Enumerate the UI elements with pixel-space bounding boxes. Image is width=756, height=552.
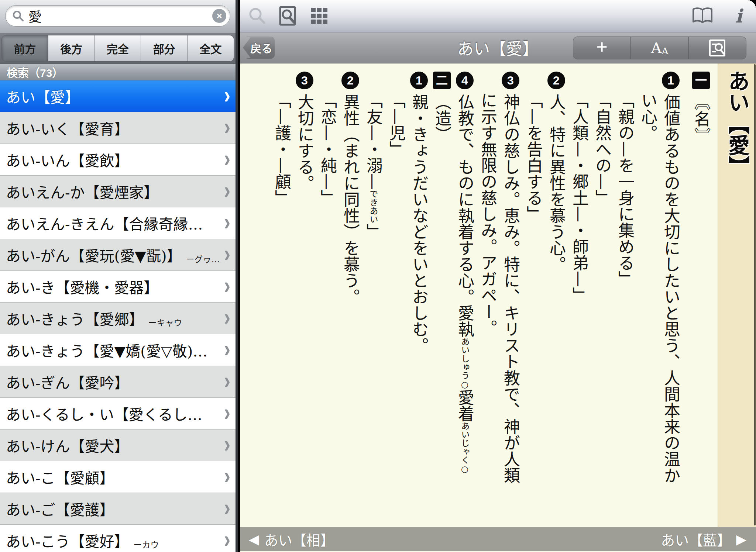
result-row[interactable]: あい-ご【愛護】› (0, 493, 236, 525)
next-entry-label: あい【藍】 (661, 529, 731, 549)
definition-segment: 「人類—・郷土—・師弟—」 (570, 92, 589, 303)
result-text: あい-くるし・い【愛くるし… (6, 403, 202, 424)
back-button[interactable]: 戻る (243, 37, 275, 59)
prev-entry-label: あい【相】 (264, 529, 334, 549)
result-text: あいえん-きえん【合縁奇縁… (6, 213, 203, 234)
definition-text: 一〘名〙1価値あるものを大切にしたいと思う、人間本来の温かい心。「親の—を一身に… (240, 63, 718, 527)
result-row[interactable]: あい-きょう【愛郷】ーキャウ› (0, 303, 236, 334)
definition-column: 一〘名〙 (690, 71, 712, 517)
definition-column: 「—児」 (385, 71, 408, 517)
prev-entry-button[interactable]: ◀ あい【相】 (249, 529, 334, 549)
definition-column: 「人類—・郷土—・師弟—」 (568, 71, 591, 517)
chevron-right-icon: › (224, 241, 230, 269)
section-marker: 二 (433, 72, 451, 89)
result-row[interactable]: あい-きょう【愛▼嬌(愛▽敬)…› (0, 334, 236, 366)
definition-segment: 「親の—を一身に集める」 (616, 92, 635, 287)
result-row[interactable]: あい-こう【愛好】ーカウ› (0, 525, 236, 552)
result-row[interactable]: あいえん-か【愛煙家】› (0, 176, 236, 207)
chevron-right-icon: › (224, 527, 230, 552)
reading-annotation: できあい (368, 190, 378, 224)
chevron-right-icon: › (224, 336, 230, 364)
font-size-button[interactable]: A A (631, 37, 688, 59)
definition-segment: 人、特に異性を慕う心。 (547, 94, 566, 272)
result-row[interactable]: あい-いん【愛飲】› (0, 144, 236, 176)
definition-column: に示す無限の慈しみ。アガペー。 (476, 71, 499, 517)
font-size-icon: A (651, 39, 662, 56)
result-text: あい-きょう【愛▼嬌(愛▽敬)… (6, 339, 207, 361)
definition-column: 「自然への—」 (591, 71, 614, 517)
next-entry-button[interactable]: あい【藍】 ▶ (661, 529, 746, 549)
page-search-icon[interactable] (278, 5, 299, 27)
result-text: あい-こ【愛顧】 (6, 466, 114, 488)
definition-column: 「恋—・純—」 (316, 71, 339, 517)
circled-number-marker: 1 (662, 72, 680, 89)
definition-segment: 「—児」 (387, 92, 406, 157)
result-row[interactable]: あい-き【愛機・愛器】› (0, 271, 236, 303)
scrollbar (754, 64, 756, 525)
result-text: あい-いん【愛飲】 (6, 149, 129, 170)
chevron-right-icon: › (224, 146, 230, 173)
entry-pane: i 戻る あい【愛】 + A A (240, 0, 756, 552)
entry-actions-group: + A A (573, 37, 746, 59)
result-text: あい-いく【愛育】 (6, 117, 129, 139)
toolbar-right-group: i (677, 5, 749, 27)
tab-部分[interactable]: 部分 (141, 35, 188, 61)
result-reading-note: ーグヮ… (186, 252, 220, 265)
definition-segment: 愛着 (456, 389, 474, 422)
result-row[interactable]: あい-くるし・い【愛くるし…› (0, 398, 236, 429)
definition-column: 「親の—を一身に集める」 (614, 71, 636, 517)
circled-number-marker: 2 (341, 72, 359, 89)
info-icon[interactable]: i (728, 5, 749, 27)
search-field[interactable]: × (5, 5, 230, 27)
circled-number-marker: 1 (410, 72, 428, 89)
result-text: あい-けん【愛犬】 (6, 435, 129, 456)
grid-view-icon[interactable] (309, 5, 330, 27)
add-bookmark-button[interactable]: + (573, 37, 631, 59)
book-icon[interactable] (692, 5, 713, 27)
chevron-right-icon: › (224, 273, 230, 300)
entry-titlebar: 戻る あい【愛】 + A A (240, 32, 756, 63)
screen-corner (748, 0, 756, 8)
result-row[interactable]: あい-こ【愛顧】› (0, 461, 236, 493)
definition-segment: 異性（まれに同性）を慕う。 (341, 94, 360, 305)
result-reading-note: ーカウ (134, 538, 159, 551)
clear-search-icon[interactable]: × (212, 9, 226, 23)
prev-arrow-icon: ◀ (249, 533, 259, 546)
chevron-right-icon: › (224, 431, 230, 459)
circled-number-marker: 3 (502, 72, 519, 89)
search-in-entry-button[interactable] (689, 37, 746, 59)
definition-column: 3神仏の慈しみ。恵み。特に、キリスト教で、神が人類 (499, 71, 522, 517)
result-text: あい-がん【愛玩(愛▼翫)】 (6, 244, 182, 266)
tab-後方[interactable]: 後方 (48, 35, 95, 61)
chevron-right-icon: › (224, 209, 230, 237)
search-input[interactable] (28, 8, 211, 24)
result-text: あい-き【愛機・愛器】 (6, 276, 159, 297)
tab-完全[interactable]: 完全 (95, 35, 141, 61)
result-row[interactable]: あい-ぎん【愛吟】› (0, 366, 236, 398)
reading-annotation: あいじゃく○ (460, 422, 470, 474)
search-disabled-icon[interactable] (247, 5, 268, 27)
result-row[interactable]: あい【愛】› (0, 80, 236, 112)
result-row[interactable]: あい-けん【愛犬】› (0, 429, 236, 461)
result-row[interactable]: あい-いく【愛育】› (0, 112, 236, 144)
definition-column: 「—護・—顧」 (270, 71, 293, 517)
tab-全文[interactable]: 全文 (188, 35, 234, 61)
search-icon (12, 10, 24, 22)
entry-content: あい【愛】 一〘名〙1価値あるものを大切にしたいと思う、人間本来の温かい心。「親… (240, 63, 756, 527)
plus-icon: + (596, 37, 607, 59)
top-toolbar: i (240, 0, 756, 32)
definition-segment: い心。 (639, 92, 657, 141)
tab-前方[interactable]: 前方 (2, 35, 48, 61)
result-reading-note: ーキャウ (148, 316, 182, 328)
definition-segment: 仏教で、ものに執着する心。愛執 (456, 94, 474, 337)
definition-column: 4仏教で、ものに執着する心。愛執あいしゅう○愛着あいじゃく○ (453, 71, 476, 517)
result-row[interactable]: あい-がん【愛玩(愛▼翫)】ーグヮ…› (0, 239, 236, 271)
definition-column: 「—を告白する」 (522, 71, 545, 517)
result-row[interactable]: あいえん-きえん【合縁奇縁…› (0, 207, 236, 239)
result-text: あい【愛】 (6, 86, 80, 107)
definition-segment: 「自然への—」 (593, 92, 612, 206)
definition-segment: （造） (433, 94, 451, 142)
search-mode-tabs-bar: 前方後方完全部分全文 (0, 33, 236, 64)
definition-column: 1親・きょうだいなどをいとおしむ。 (408, 71, 430, 517)
definition-column: 1価値あるものを大切にしたいと思う、人間本来の温か (659, 71, 682, 517)
